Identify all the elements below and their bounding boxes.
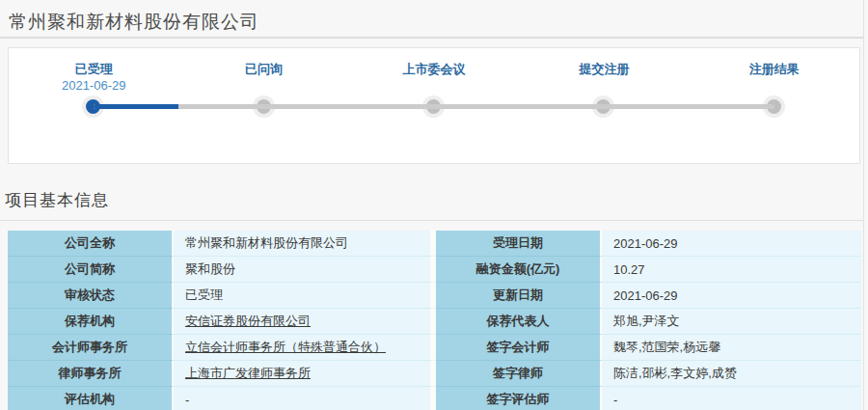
stage-date <box>192 77 337 94</box>
info-value-cell: 立信会计师事务所（特殊普通合伙） <box>174 335 436 361</box>
info-value-link[interactable]: 立信会计师事务所（特殊普通合伙） <box>185 340 386 354</box>
section-title: 项目基本信息 <box>0 164 863 221</box>
info-value-text: 陈洁,邵彬,李文婷,成赟 <box>613 366 737 380</box>
info-value-cell: - <box>602 387 861 410</box>
company-title: 常州聚和新材料股份有限公司 <box>9 10 863 35</box>
info-value-cell: 2021-06-29 <box>602 283 861 309</box>
timeline-stage: 上市委会议 <box>362 61 506 94</box>
info-value-link[interactable]: 上海市广发律师事务所 <box>185 366 311 380</box>
page: 常州聚和新材料股份有限公司 已受理 2021-06-29 已问询 上市委会议 提… <box>0 0 864 410</box>
info-value-text: 聚和股份 <box>185 261 235 276</box>
page-header: 常州聚和新材料股份有限公司 <box>0 0 863 39</box>
info-label-cell: 更新日期 <box>436 283 602 309</box>
info-label-cell: 签字评估师 <box>436 387 602 410</box>
info-value-cell: 上海市广发律师事务所 <box>174 361 436 387</box>
stage-date: 2021-06-29 <box>21 77 166 94</box>
info-value-cell: - <box>174 387 436 410</box>
info-label-cell: 律师事务所 <box>8 361 174 387</box>
info-value-cell: 10.27 <box>602 257 861 283</box>
info-label-cell: 会计师事务所 <box>8 335 174 361</box>
project-info-table: 公司全称 常州聚和新材料股份有限公司 受理日期 2021-06-29 公司简称 … <box>8 231 861 410</box>
info-value-text: 郑旭,尹泽文 <box>613 314 680 328</box>
info-value-cell: 2021-06-29 <box>602 231 861 257</box>
info-value-text: 常州聚和新材料股份有限公司 <box>185 235 348 250</box>
table-row: 公司全称 常州聚和新材料股份有限公司 受理日期 2021-06-29 <box>8 231 861 257</box>
stage-date <box>702 77 847 94</box>
info-label-cell: 保荐代表人 <box>436 309 602 335</box>
info-label-cell: 评估机构 <box>8 387 174 410</box>
timeline-stage: 已问询 <box>192 61 337 94</box>
info-value-cell: 安信证券股份有限公司 <box>174 309 436 335</box>
table-row: 审核状态 已受理 更新日期 2021-06-29 <box>8 283 861 309</box>
info-value-cell: 郑旭,尹泽文 <box>602 309 861 335</box>
stage-date <box>531 77 676 94</box>
info-value-text: - <box>613 393 617 407</box>
info-label-cell: 融资金额(亿元) <box>436 257 602 283</box>
stage-date <box>362 77 506 94</box>
info-value-cell: 陈洁,邵彬,李文婷,成赟 <box>602 361 861 387</box>
info-label-cell: 受理日期 <box>436 231 602 257</box>
table-row: 评估机构 - 签字评估师 - <box>8 387 861 410</box>
info-value-text: 已受理 <box>185 287 223 302</box>
stage-label: 已问询 <box>192 61 337 77</box>
info-value-cell: 魏琴,范国荣,杨远馨 <box>602 335 861 361</box>
info-value-cell: 常州聚和新材料股份有限公司 <box>174 231 436 257</box>
table-row: 会计师事务所 立信会计师事务所（特殊普通合伙） 签字会计师 魏琴,范国荣,杨远馨 <box>8 335 861 361</box>
table-row: 律师事务所 上海市广发律师事务所 签字律师 陈洁,邵彬,李文婷,成赟 <box>8 361 861 387</box>
info-value-link[interactable]: 安信证券股份有限公司 <box>185 314 311 328</box>
info-value-text: 2021-06-29 <box>613 236 678 251</box>
info-value-text: 魏琴,范国荣,杨远馨 <box>613 340 720 354</box>
info-label-cell: 审核状态 <box>8 283 174 309</box>
info-value-cell: 已受理 <box>174 283 436 309</box>
stage-label: 注册结果 <box>702 61 847 77</box>
timeline-stage: 已受理 2021-06-29 <box>21 61 166 94</box>
timeline-progress-bar <box>94 104 178 109</box>
info-value-text: 10.27 <box>613 262 645 277</box>
timeline-track <box>94 104 774 109</box>
info-value-text: - <box>185 393 189 407</box>
table-row: 公司简称 聚和股份 融资金额(亿元) 10.27 <box>8 257 861 283</box>
stage-label: 上市委会议 <box>362 61 506 77</box>
table-row: 保荐机构 安信证券股份有限公司 保荐代表人 郑旭,尹泽文 <box>8 309 861 335</box>
info-value-cell: 聚和股份 <box>174 257 436 283</box>
info-label-cell: 公司全称 <box>8 231 174 257</box>
stage-label: 提交注册 <box>531 61 676 77</box>
info-value-text: 2021-06-29 <box>613 288 678 303</box>
info-label-cell: 公司简称 <box>8 257 174 283</box>
stage-label: 已受理 <box>21 61 166 77</box>
timeline-card: 已受理 2021-06-29 已问询 上市委会议 提交注册 注册结果 <box>8 47 860 164</box>
info-label-cell: 签字会计师 <box>436 335 602 361</box>
timeline-stage: 注册结果 <box>702 61 847 94</box>
info-label-cell: 保荐机构 <box>8 309 174 335</box>
info-label-cell: 签字律师 <box>436 361 602 387</box>
timeline-stage: 提交注册 <box>531 61 676 94</box>
